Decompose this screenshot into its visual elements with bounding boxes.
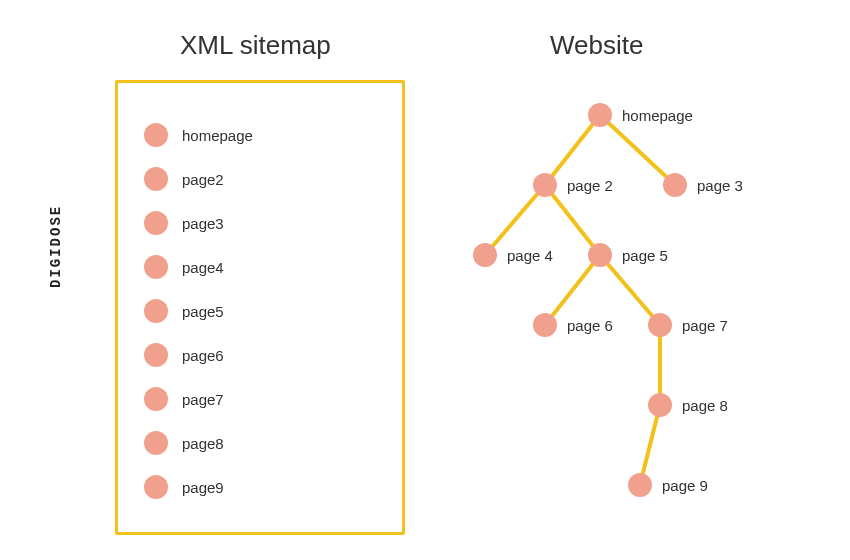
tree-node-page2: page 2 [533,173,613,197]
node-dot-icon [628,473,652,497]
list-item: page2 [118,157,402,201]
sitemap-item-label: page2 [182,171,224,188]
sitemap-item-label: page6 [182,347,224,364]
list-item: page8 [118,421,402,465]
list-item: page7 [118,377,402,421]
sitemap-item-label: page5 [182,303,224,320]
tree-node-label: page 4 [507,247,553,264]
list-item: page9 [118,465,402,509]
node-dot-icon [144,167,168,191]
tree-node-page3: page 3 [663,173,743,197]
list-item: homepage [118,113,402,157]
tree-node-label: page 6 [567,317,613,334]
node-dot-icon [144,255,168,279]
node-dot-icon [588,243,612,267]
website-title: Website [550,30,643,61]
tree-node-label: homepage [622,107,693,124]
sitemap-item-label: page8 [182,435,224,452]
node-dot-icon [144,387,168,411]
node-dot-icon [588,103,612,127]
tree-node-label: page 9 [662,477,708,494]
node-dot-icon [663,173,687,197]
sitemap-item-label: page9 [182,479,224,496]
node-dot-icon [144,475,168,499]
tree-node-homepage: homepage [588,103,693,127]
sitemap-title: XML sitemap [180,30,331,61]
node-dot-icon [144,123,168,147]
list-item: page3 [118,201,402,245]
watermark-text: DIGIDOSE [48,205,64,288]
node-dot-icon [648,313,672,337]
tree-node-page5: page 5 [588,243,668,267]
tree-node-label: page 7 [682,317,728,334]
tree-node-label: page 2 [567,177,613,194]
list-item: page6 [118,333,402,377]
tree-node-label: page 8 [682,397,728,414]
node-dot-icon [533,173,557,197]
node-dot-icon [533,313,557,337]
tree-node-page6: page 6 [533,313,613,337]
tree-node-label: page 3 [697,177,743,194]
sitemap-item-label: page4 [182,259,224,276]
sitemap-item-label: page7 [182,391,224,408]
list-item: page5 [118,289,402,333]
node-dot-icon [648,393,672,417]
node-dot-icon [473,243,497,267]
sitemap-item-label: page3 [182,215,224,232]
node-dot-icon [144,343,168,367]
node-dot-icon [144,431,168,455]
tree-node-page4: page 4 [473,243,553,267]
website-tree: homepagepage 2page 3page 4page 5page 6pa… [440,80,840,540]
node-dot-icon [144,211,168,235]
sitemap-item-label: homepage [182,127,253,144]
list-item: page4 [118,245,402,289]
sitemap-box: homepagepage2page3page4page5page6page7pa… [115,80,405,535]
tree-node-page7: page 7 [648,313,728,337]
node-dot-icon [144,299,168,323]
tree-node-page9: page 9 [628,473,708,497]
tree-node-label: page 5 [622,247,668,264]
tree-node-page8: page 8 [648,393,728,417]
